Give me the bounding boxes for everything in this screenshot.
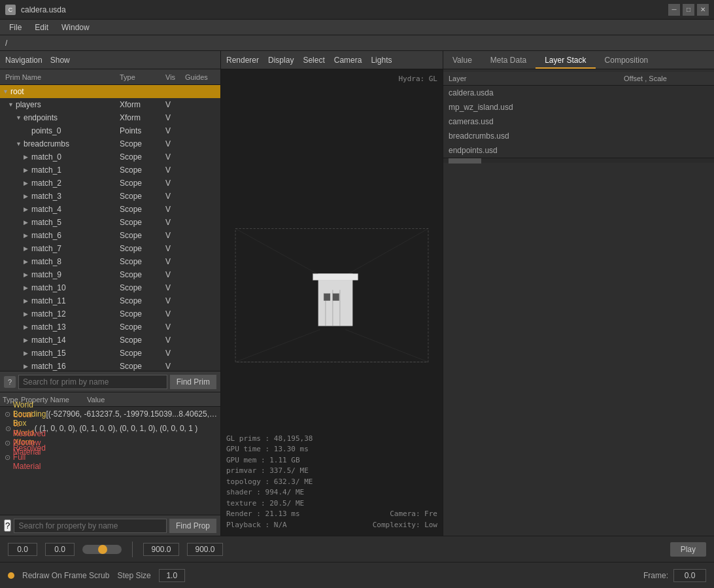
- viewport-stats: GL prims : 48,195,38GPU time : 13.30 msG…: [226, 434, 313, 531]
- tree-arrow: ▶: [24, 180, 31, 186]
- tab-composition[interactable]: Composition: [596, 53, 658, 69]
- find-prim-button[interactable]: Find Prim: [170, 375, 216, 389]
- layer-header: Layer Offset , Scale: [443, 72, 714, 86]
- frame-value-input[interactable]: [673, 569, 706, 582]
- tree-row[interactable]: ▼ breadcrumbs Scope V: [0, 137, 220, 150]
- camera-menu[interactable]: Camera: [334, 56, 362, 65]
- layer-name: endpoints.usd: [449, 146, 709, 155]
- close-button[interactable]: ✕: [697, 4, 709, 16]
- select-menu[interactable]: Select: [303, 56, 324, 65]
- props-panel: Type Property Name Value ⊙ World Boundin…: [0, 392, 220, 536]
- tree-row[interactable]: ▶ match_12 Scope V: [0, 307, 220, 320]
- maximize-button[interactable]: □: [683, 4, 694, 16]
- tab-layer-stack[interactable]: Layer Stack: [536, 53, 595, 69]
- tree-row-type: Scope: [120, 205, 165, 214]
- tree-arrow: ▶: [24, 311, 31, 317]
- tree-row-vis: V: [165, 349, 185, 358]
- tree-row[interactable]: ▶ match_14 Scope V: [0, 334, 220, 347]
- menu-file[interactable]: File: [3, 22, 28, 33]
- tree-row[interactable]: ▶ match_11 Scope V: [0, 294, 220, 307]
- tree-col-type: Type: [120, 73, 165, 81]
- tree-row-type: Xform: [120, 113, 165, 122]
- bottom-val4[interactable]: [187, 543, 223, 556]
- step-size-input[interactable]: [159, 569, 185, 582]
- tree-row[interactable]: ▶ match_4 Scope V: [0, 203, 220, 216]
- tab-meta-data[interactable]: Meta Data: [481, 53, 536, 69]
- svg-line-1: [235, 229, 320, 276]
- prop-search-help-button[interactable]: ?: [4, 519, 11, 532]
- tree-row[interactable]: ▼ players Xform V: [0, 98, 220, 111]
- step-size-label: Step Size: [117, 571, 150, 580]
- tree-arrow: ▶: [24, 219, 31, 226]
- tree-row[interactable]: ▶ match_15 Scope V: [0, 347, 220, 360]
- tree-row[interactable]: ▶ match_7 Scope V: [0, 242, 220, 255]
- viewport-canvas[interactable]: Hydra: GL GL prims : 48,195,38GPU time :…: [221, 69, 443, 536]
- tree-row[interactable]: ▶ match_5 Scope V: [0, 216, 220, 229]
- tree-row[interactable]: ▶ match_13 Scope V: [0, 320, 220, 334]
- prop-row[interactable]: ⊙ Resolved Full Material: [0, 450, 220, 464]
- tree-row[interactable]: ▶ match_3 Scope V: [0, 190, 220, 203]
- tree-row[interactable]: ▶ match_2 Scope V: [0, 177, 220, 190]
- tree-arrow: ▼: [16, 114, 24, 121]
- stat-line: primvar : 337.5/ ME: [226, 466, 313, 477]
- renderer-menu[interactable]: Renderer: [226, 56, 259, 65]
- navigation-menu[interactable]: Navigation: [5, 56, 42, 65]
- camera-stat-line: Camera: Fre: [373, 509, 437, 520]
- tree-row[interactable]: ▶ match_0 Scope V: [0, 150, 220, 164]
- tree-row-name: ▶ match_12: [0, 309, 120, 319]
- layer-row[interactable]: breadcrumbs.usd: [443, 129, 714, 143]
- tree-row[interactable]: ▶ match_1 Scope V: [0, 164, 220, 177]
- right-content[interactable]: Layer Offset , Scale caldera.usdamp_wz_i…: [443, 69, 714, 536]
- tree-row-name: ▶ match_11: [0, 296, 120, 305]
- show-menu[interactable]: Show: [50, 56, 70, 65]
- tab-value[interactable]: Value: [443, 53, 481, 69]
- play-button[interactable]: Play: [670, 542, 706, 557]
- bottom-val3[interactable]: [143, 543, 179, 556]
- camera-stat-line: Complexity: Low: [373, 520, 437, 531]
- tree-row[interactable]: ▶ match_8 Scope V: [0, 255, 220, 268]
- tree-row-type: Scope: [120, 152, 165, 162]
- timeline-slider[interactable]: [82, 545, 122, 554]
- prop-search-input[interactable]: [14, 519, 167, 533]
- tree-row-vis: V: [165, 309, 185, 319]
- layer-row[interactable]: mp_wz_island.usd: [443, 100, 714, 114]
- prim-search-input[interactable]: [18, 375, 167, 389]
- lights-menu[interactable]: Lights: [371, 56, 392, 65]
- layer-row[interactable]: endpoints.usd: [443, 143, 714, 158]
- layer-row[interactable]: cameras.usd: [443, 114, 714, 129]
- stat-line: GPU time : 13.30 ms: [226, 444, 313, 455]
- tree-row-type: Scope: [120, 257, 165, 266]
- tree-row[interactable]: ▶ match_10 Scope V: [0, 281, 220, 294]
- bottom-val2[interactable]: [45, 543, 75, 556]
- stat-line: Playback : N/A: [226, 520, 313, 531]
- tree-row[interactable]: ▶ match_6 Scope V: [0, 229, 220, 242]
- tree-row-vis: V: [165, 296, 185, 305]
- menu-edit[interactable]: Edit: [28, 22, 55, 33]
- display-menu[interactable]: Display: [268, 56, 294, 65]
- tree-row-name: ▶ match_0: [0, 152, 120, 162]
- tree-row[interactable]: ▼ root: [0, 85, 220, 98]
- tree-row[interactable]: ▶ match_16 Scope V: [0, 360, 220, 371]
- tree-container[interactable]: ▼ root ▼ players Xform V ▼ endpoints Xfo…: [0, 85, 220, 371]
- tree-row-vis: V: [165, 126, 185, 135]
- tree-row-name: ▼ endpoints: [0, 113, 120, 122]
- tree-row-vis: V: [165, 192, 185, 201]
- find-prop-button[interactable]: Find Prop: [169, 519, 216, 533]
- stat-line: GL prims : 48,195,38: [226, 434, 313, 445]
- tree-arrow: ▶: [24, 337, 31, 343]
- tree-row-name: points_0: [0, 126, 120, 135]
- layer-row[interactable]: caldera.usda: [443, 86, 714, 100]
- tree-row[interactable]: ▼ endpoints Xform V: [0, 111, 220, 124]
- minimize-button[interactable]: ─: [668, 4, 680, 16]
- tree-row-type: Scope: [120, 270, 165, 279]
- tree-row[interactable]: ▶ match_9 Scope V: [0, 268, 220, 281]
- tree-row-type: Scope: [120, 349, 165, 358]
- viewport: Renderer Display Select Camera Lights: [221, 51, 443, 536]
- bottom-val1[interactable]: [8, 543, 37, 556]
- tree-row[interactable]: points_0 Points V: [0, 124, 220, 137]
- svg-line-2: [235, 330, 320, 362]
- prim-search-bar: ? Find Prim: [0, 371, 220, 392]
- prim-search-help-button[interactable]: ?: [4, 376, 16, 388]
- tree-row-vis: V: [165, 231, 185, 240]
- menu-window[interactable]: Window: [55, 22, 96, 33]
